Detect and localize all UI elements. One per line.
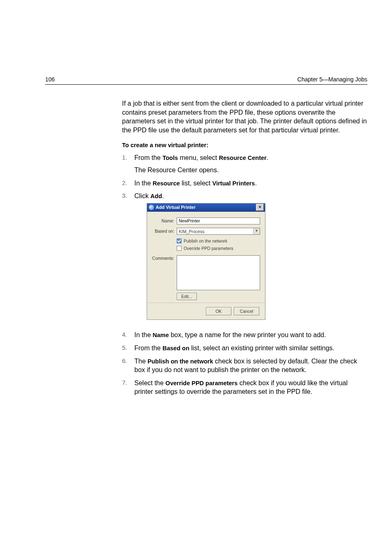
dialog-title: Add Virtual Printer: [156, 204, 196, 210]
step-1-body: From the Tools menu, select Resource Cen…: [134, 153, 367, 174]
step-number-4: 4.: [122, 331, 134, 340]
close-icon[interactable]: ×: [256, 204, 264, 211]
step-number-7: 7.: [122, 379, 134, 396]
page-number: 106: [45, 76, 55, 83]
step-2-body: In the Resource list, select Virtual Pri…: [134, 179, 367, 188]
ok-button[interactable]: OK: [206, 307, 231, 315]
step-number-2: 2.: [122, 179, 134, 188]
publish-label: Publish on the network: [184, 238, 227, 244]
comments-label: Comments:: [152, 255, 177, 261]
procedure-heading: To create a new virtual printer:: [122, 142, 367, 148]
based-on-select[interactable]: KIM_Process ▼: [177, 228, 260, 235]
divider: [147, 303, 265, 303]
name-field[interactable]: [177, 217, 260, 224]
cancel-button[interactable]: Cancel: [234, 307, 259, 315]
page-header: 106 Chapter 5—Managing Jobs: [45, 76, 367, 85]
step-number-3: 3.: [122, 192, 134, 326]
step-3-body: Click Add. Add Virtual Printer × Name:: [134, 192, 367, 326]
step-6-body: The Publish on the network check box is …: [134, 357, 367, 375]
override-label: Override PPD parameters: [184, 245, 233, 251]
intro-paragraph: If a job that is either sent from the cl…: [122, 99, 367, 134]
add-virtual-printer-dialog: Add Virtual Printer × Name: Based on:: [147, 203, 265, 320]
step-1-result: The Resource Center opens.: [134, 166, 367, 175]
publish-checkbox[interactable]: [177, 238, 182, 243]
based-on-value: KIM_Process: [177, 228, 253, 234]
chevron-down-icon[interactable]: ▼: [253, 228, 260, 234]
override-checkbox[interactable]: [177, 246, 182, 251]
step-7-body: Select the Override PPD parameters check…: [134, 379, 367, 396]
step-5-body: From the Based on list, select an existi…: [134, 344, 367, 353]
step-number-5: 5.: [122, 344, 134, 353]
step-number-6: 6.: [122, 357, 134, 375]
dialog-titlebar[interactable]: Add Virtual Printer ×: [147, 204, 265, 212]
edit-button[interactable]: Edit...: [177, 293, 197, 300]
name-label: Name:: [152, 218, 177, 224]
step-4-body: In the Name box, type a name for the new…: [134, 331, 367, 340]
chapter-title: Chapter 5—Managing Jobs: [297, 76, 367, 83]
based-on-label: Based on:: [152, 228, 177, 234]
comments-field[interactable]: [177, 255, 260, 290]
step-number-1: 1.: [122, 153, 134, 174]
app-icon: [149, 205, 154, 210]
